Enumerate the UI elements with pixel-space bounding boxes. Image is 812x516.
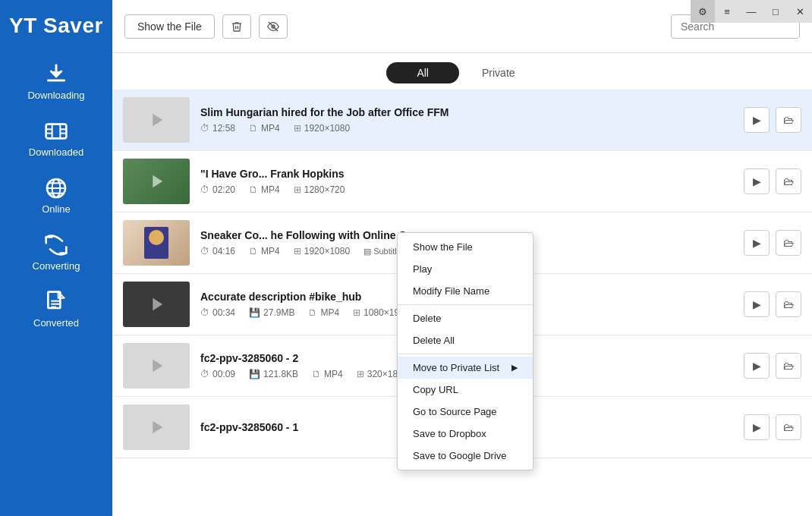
play-placeholder-icon — [146, 294, 167, 315]
ctx-modify-name[interactable]: Modify File Name — [398, 280, 533, 302]
sidebar-label-downloaded: Downloaded — [29, 146, 83, 158]
tab-private[interactable]: Private — [459, 62, 538, 83]
play-button[interactable]: ▶ — [744, 291, 770, 317]
ctx-delete-all[interactable]: Delete All — [398, 329, 533, 351]
film-icon — [44, 119, 68, 143]
context-menu: Show the File Play Modify File Name Dele… — [397, 232, 533, 470]
folder-button[interactable]: 🗁 — [776, 353, 801, 379]
ctx-copy-url[interactable]: Copy URL — [398, 379, 533, 401]
ctx-go-source[interactable]: Go to Source Page — [398, 401, 533, 423]
gear-button[interactable]: ⚙ — [691, 0, 715, 23]
thumbnail — [123, 97, 190, 143]
close-button[interactable]: ✕ — [788, 0, 812, 23]
play-placeholder-icon — [146, 355, 167, 376]
main-content: ⚙ ≡ — □ ✕ Show the File All Pri — [112, 0, 812, 516]
play-placeholder-icon — [146, 109, 167, 131]
ctx-separator-2 — [398, 354, 533, 354]
item-actions: ▶ 🗁 — [744, 353, 801, 379]
subtitle-badge: ▤ Subtitle — [364, 247, 401, 256]
list-item[interactable]: "I Have Gro... Frank Hopkins ⏱02:20 🗋MP4… — [112, 151, 812, 212]
ctx-separator — [398, 304, 533, 305]
ctx-save-gdrive[interactable]: Save to Google Drive — [398, 445, 533, 467]
eye-slash-button[interactable] — [259, 14, 288, 39]
item-title: Slim Hungarian hired for the Job after O… — [200, 106, 733, 118]
ctx-play[interactable]: Play — [398, 258, 533, 280]
arrow-icon: ▶ — [511, 363, 518, 373]
menu-button[interactable]: ≡ — [715, 0, 739, 23]
show-file-button[interactable]: Show the File — [124, 14, 215, 39]
play-placeholder-icon — [146, 171, 167, 192]
play-button[interactable]: ▶ — [744, 230, 770, 256]
tabbar: All Private — [112, 53, 812, 90]
folder-button[interactable]: 🗁 — [776, 291, 801, 317]
sidebar-item-downloaded[interactable]: Downloaded — [0, 109, 112, 165]
svg-rect-2 — [47, 80, 65, 82]
item-info: "I Have Gro... Frank Hopkins ⏱02:20 🗋MP4… — [190, 168, 744, 195]
folder-button[interactable]: 🗁 — [776, 414, 801, 440]
eye-slash-icon — [267, 20, 279, 33]
ctx-save-dropbox[interactable]: Save to Dropbox — [398, 423, 533, 445]
sidebar-label-online: Online — [42, 203, 71, 215]
item-meta: ⏱12:58 🗋MP4 ⊞1920×1080 — [200, 123, 733, 134]
sidebar-label-converting: Converting — [33, 260, 80, 272]
trash-icon — [231, 20, 243, 33]
folder-button[interactable]: 🗁 — [776, 168, 801, 194]
tab-all[interactable]: All — [386, 62, 459, 83]
item-actions: ▶ 🗁 — [744, 107, 801, 133]
item-actions: ▶ 🗁 — [744, 230, 801, 256]
folder-button[interactable]: 🗁 — [776, 107, 801, 133]
item-actions: ▶ 🗁 — [744, 414, 801, 440]
svg-rect-3 — [46, 124, 67, 139]
ctx-delete[interactable]: Delete — [398, 307, 533, 329]
list-item[interactable]: Slim Hungarian hired for the Job after O… — [112, 90, 812, 151]
thumbnail — [123, 159, 190, 204]
minimize-button[interactable]: — — [739, 0, 763, 23]
play-placeholder-icon — [146, 417, 167, 438]
folder-button[interactable]: 🗁 — [776, 230, 801, 256]
download-icon — [44, 62, 68, 87]
item-meta: ⏱02:20 🗋MP4 ⊞1280×720 — [200, 184, 733, 195]
sidebar-item-online[interactable]: Online — [0, 165, 112, 222]
sidebar-label-converted: Converted — [33, 317, 79, 329]
convert-icon — [44, 233, 68, 257]
item-info: Slim Hungarian hired for the Job after O… — [190, 106, 744, 134]
item-actions: ▶ 🗁 — [744, 291, 801, 317]
sidebar-item-converted[interactable]: Converted — [0, 279, 112, 336]
sidebar-item-converting[interactable]: Converting — [0, 222, 112, 279]
maximize-button[interactable]: □ — [763, 0, 788, 23]
app-title: YT Saver — [0, 0, 112, 52]
item-actions: ▶ 🗁 — [744, 168, 801, 194]
sidebar-item-downloading[interactable]: Downloading — [0, 52, 112, 109]
sidebar-label-downloading: Downloading — [27, 90, 84, 101]
thumbnail — [123, 282, 190, 327]
thumbnail — [123, 220, 190, 266]
subtitle-icon: ▤ — [364, 247, 371, 256]
ctx-move-private[interactable]: Move to Private List ▶ — [398, 357, 533, 379]
globe-icon — [44, 176, 68, 200]
play-button[interactable]: ▶ — [744, 414, 770, 440]
play-button[interactable]: ▶ — [744, 353, 770, 379]
window-controls: ⚙ ≡ — □ ✕ — [691, 0, 812, 23]
play-button[interactable]: ▶ — [744, 107, 770, 133]
delete-icon-button[interactable] — [222, 14, 251, 39]
sidebar: YT Saver Downloading Downloaded — [0, 0, 112, 516]
video-list: Slim Hungarian hired for the Job after O… — [112, 90, 812, 516]
ctx-show-file[interactable]: Show the File — [398, 236, 533, 258]
play-button[interactable]: ▶ — [744, 168, 770, 194]
thumbnail — [123, 404, 190, 450]
ctx-move-private-wrapper: Move to Private List ▶ — [398, 357, 533, 379]
item-title: "I Have Gro... Frank Hopkins — [200, 168, 733, 180]
thumbnail — [123, 343, 190, 389]
doc-icon — [44, 290, 68, 314]
